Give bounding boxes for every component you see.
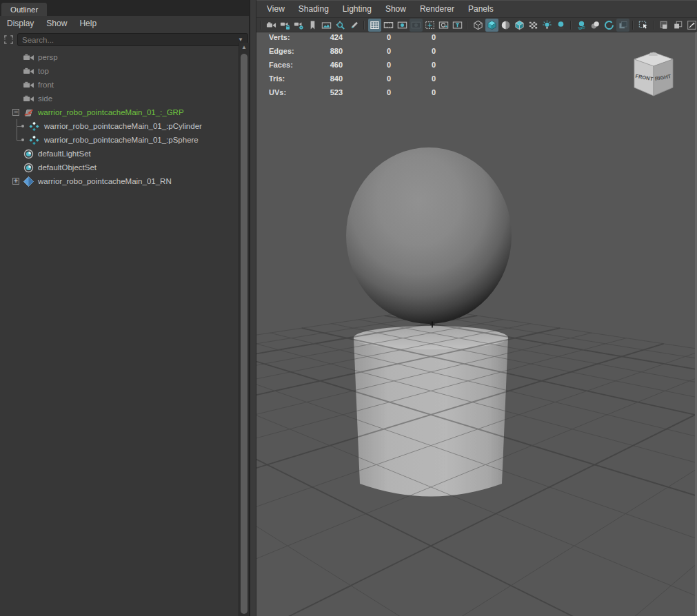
camera-icon[interactable] <box>265 19 278 32</box>
toolbar-separator <box>632 21 634 30</box>
search-input[interactable]: Search... ▼ <box>17 33 248 46</box>
lights-icon[interactable] <box>541 19 554 32</box>
menu-display[interactable]: Display <box>1 17 40 30</box>
tree-connector-line <box>17 126 21 127</box>
pick-matte-icon[interactable] <box>685 19 697 32</box>
gate-mask-icon[interactable] <box>410 19 423 32</box>
use-all-lights-icon[interactable] <box>527 19 540 32</box>
hud-label: Faces: <box>269 58 319 72</box>
marquee-select-icon[interactable] <box>637 19 650 32</box>
depth-of-field-icon[interactable] <box>616 19 629 32</box>
hud-value: 424 <box>319 32 343 44</box>
menu-shading[interactable]: Shading <box>292 2 336 16</box>
cylinder-object[interactable] <box>354 326 508 497</box>
hud-value: 0 <box>391 32 436 44</box>
hud-value: 0 <box>391 58 436 72</box>
hud-value: 880 <box>319 44 343 58</box>
textured-icon[interactable] <box>513 19 526 32</box>
poly-count-hud: Verts:42400Edges:88000Faces:46000Tris:84… <box>256 32 436 99</box>
hud-label: Edges: <box>269 44 319 58</box>
scrollbar-thumb[interactable] <box>241 54 248 614</box>
tree-row-warrior_robo_pointcacheMain_01_:pSphere[interactable]: warrior_robo_pointcacheMain_01_:pSphere <box>0 133 249 147</box>
viewport-toolbar <box>256 17 697 32</box>
image-plane-icon[interactable] <box>320 19 333 32</box>
tree-row-front[interactable]: front <box>0 78 249 92</box>
expand-expander[interactable]: + <box>12 178 19 185</box>
hud-value: 840 <box>319 72 343 85</box>
tree-row-label: defaultObjectSet <box>38 163 97 172</box>
resolution-gate-icon[interactable] <box>396 19 409 32</box>
outliner-tree: persptopfrontsidewarrior_robo_pointcache… <box>0 50 249 188</box>
isolate-select-icon[interactable] <box>658 19 671 32</box>
viewport-canvas[interactable]: Verts:42400Edges:88000Faces:46000Tris:84… <box>256 32 697 616</box>
tree-row-side[interactable]: side <box>0 92 249 105</box>
camera-icon <box>23 52 34 63</box>
tree-row-persp[interactable]: persp <box>0 50 249 64</box>
tree-row-label: warrior_robo_pointcacheMain_01_:pSphere <box>44 136 199 144</box>
film-gate-icon[interactable] <box>382 19 395 32</box>
safe-action-icon[interactable] <box>437 19 450 32</box>
safe-title-icon[interactable] <box>451 19 464 32</box>
menu-panels[interactable]: Panels <box>461 2 501 16</box>
hud-value: 0 <box>343 32 391 44</box>
hud-value: 0 <box>391 72 436 85</box>
scroll-up-icon[interactable]: ▲ <box>239 43 249 52</box>
hud-label: Tris: <box>269 72 319 85</box>
collapse-expander[interactable]: − <box>12 109 19 116</box>
tree-row-top[interactable]: top <box>0 64 249 78</box>
grease-pencil-icon[interactable] <box>347 19 361 32</box>
outliner-tab[interactable]: Outliner <box>1 3 47 16</box>
hud-label: Verts: <box>269 32 319 44</box>
grid-icon[interactable] <box>368 19 381 32</box>
shaded-icon[interactable] <box>485 19 498 32</box>
tree-row-defaultLightSet[interactable]: defaultLightSet <box>0 147 249 161</box>
tree-row-label: defaultLightSet <box>38 150 91 158</box>
view-cube-home-notch <box>649 53 658 56</box>
menu-show[interactable]: Show <box>378 2 413 16</box>
camera-lock-icon[interactable] <box>279 19 292 32</box>
camera-icon <box>23 79 34 91</box>
tree-row-defaultObjectSet[interactable]: defaultObjectSet <box>0 161 249 174</box>
search-dropdown-icon[interactable]: ▼ <box>238 37 243 43</box>
transform-group-icon <box>23 107 34 119</box>
menu-help[interactable]: Help <box>73 17 103 30</box>
hud-row: Edges:88000 <box>256 44 436 58</box>
hud-value: 0 <box>391 44 436 58</box>
menu-lighting[interactable]: Lighting <box>336 2 378 16</box>
tree-row-warrior_robo_pointcacheMain_01_:pCylinder[interactable]: warrior_robo_pointcacheMain_01_:pCylinde… <box>0 119 249 133</box>
pan-zoom-icon[interactable] <box>334 19 347 32</box>
wireframe-icon[interactable] <box>472 19 485 32</box>
toolbar-separator <box>653 21 654 30</box>
outliner-menubar: DisplayShowHelp <box>0 16 249 30</box>
ambient-occlusion-icon[interactable] <box>575 19 588 32</box>
bookmark-icon[interactable] <box>306 19 319 32</box>
outliner-search-row: Search... ▼ <box>0 30 249 49</box>
hud-row: Tris:84000 <box>256 72 436 85</box>
hud-value: 0 <box>343 72 391 85</box>
shadows-icon[interactable] <box>554 19 567 32</box>
motion-blur-icon[interactable] <box>589 19 602 32</box>
isolate-selected-icon[interactable] <box>671 19 685 32</box>
outliner-scrollbar[interactable]: ▲ <box>239 43 249 616</box>
anti-aliasing-icon[interactable] <box>603 19 616 32</box>
tree-row-label: warrior_robo_pointcacheMain_01_:pCylinde… <box>44 122 202 130</box>
menu-renderer[interactable]: Renderer <box>413 2 461 16</box>
camera-attributes-icon[interactable] <box>292 19 305 32</box>
tree-row-warrior_robo_pointcacheMain_01_:_GRP[interactable]: warrior_robo_pointcacheMain_01_:_GRP− <box>0 105 249 119</box>
panel-splitter[interactable] <box>249 0 256 616</box>
reference-node-icon <box>23 176 34 187</box>
hud-row: Verts:42400 <box>256 32 436 44</box>
tree-row-label: front <box>38 81 54 89</box>
search-placeholder: Search... <box>22 36 238 44</box>
viewport-menubar: ViewShadingLightingShowRendererPanels <box>256 0 697 17</box>
sphere-object[interactable] <box>346 147 512 324</box>
menu-show[interactable]: Show <box>40 17 73 30</box>
wireframe-on-shaded-icon[interactable] <box>499 19 512 32</box>
field-chart-icon[interactable] <box>423 19 436 32</box>
tree-connector-line <box>17 140 21 141</box>
tree-row-warrior_robo_pointcacheMain_01_RN[interactable]: warrior_robo_pointcacheMain_01_RN+ <box>0 174 249 188</box>
menu-view[interactable]: View <box>260 2 292 16</box>
filter-icon[interactable] <box>2 34 15 46</box>
view-cube[interactable]: FRONT RIGHT <box>629 50 678 100</box>
hud-value: 460 <box>319 58 343 72</box>
